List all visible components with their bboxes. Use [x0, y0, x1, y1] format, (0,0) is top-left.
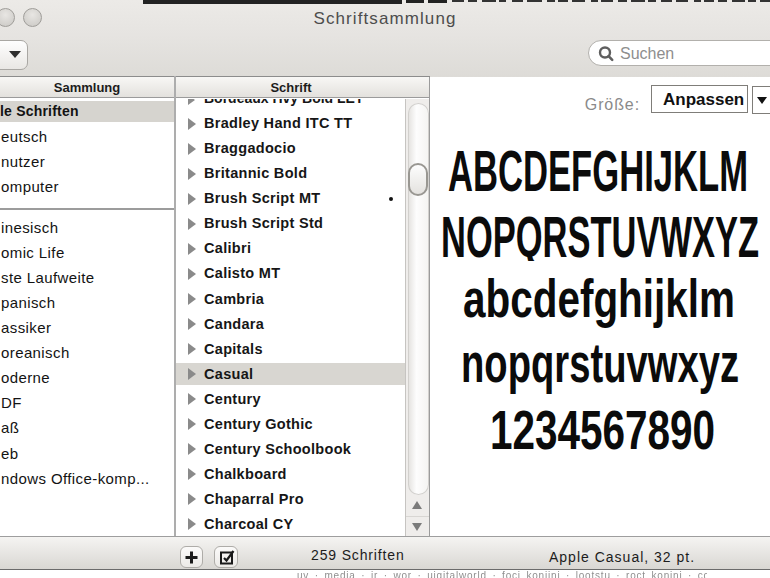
- svg-text:ABCDEFGHIJKLM: ABCDEFGHIJKLM: [448, 139, 748, 203]
- svg-text:1234567890: 1234567890: [490, 398, 715, 461]
- svg-text:nopqrstuvwxyz: nopqrstuvwxyz: [461, 331, 739, 394]
- svg-text:NOPQRSTUVWXYZ: NOPQRSTUVWXYZ: [441, 205, 759, 269]
- svg-text:abcdefghijklm: abcdefghijklm: [463, 268, 735, 328]
